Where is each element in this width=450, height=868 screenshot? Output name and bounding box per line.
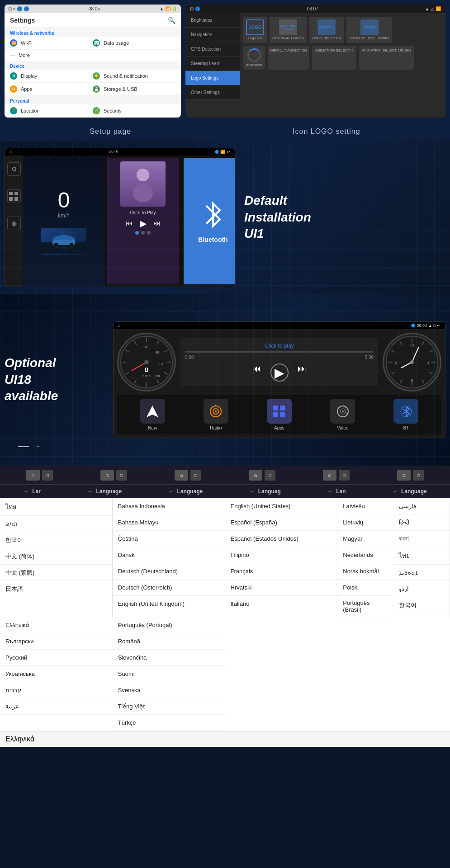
lang-item-cestina[interactable]: Čeština [113, 531, 225, 547]
ui18-next-button[interactable]: ⏭ [298, 363, 307, 382]
play-button[interactable]: ▶ [140, 218, 147, 229]
bluetooth-panel: Bluetooth [184, 158, 235, 284]
video-label: Video [337, 425, 348, 430]
sidebar-brightness[interactable]: Brightness [185, 13, 240, 28]
ui18-play-button[interactable]: ▶ [270, 363, 289, 382]
lang-item-filipino[interactable]: Filipino [225, 547, 337, 563]
lang-item-lao[interactable]: ລາວ [0, 516, 112, 532]
lang-item-nederlands[interactable]: Nederlands [337, 547, 393, 563]
storage-label: Storage & USB [104, 86, 137, 92]
lang-item-greek[interactable]: Ελληνικά [0, 617, 113, 633]
lang-item-svenska[interactable]: Svenska [113, 682, 225, 698]
lang-item-korean[interactable]: 한국어 [0, 532, 112, 548]
settings-row-more[interactable]: — More [5, 50, 181, 61]
lang-item-thai[interactable]: ไทย [0, 498, 112, 516]
lang-item-lietuviu[interactable]: Lietuvių [337, 514, 393, 531]
lang-item-portugues-br[interactable]: Português (Brasil) [337, 596, 393, 617]
anim-cell-select0[interactable]: ANIMATION SELECT: 0 [312, 46, 356, 70]
lang-item-slovencina[interactable]: Slovenčina [113, 650, 225, 666]
lang-item-farsi[interactable]: فارسی [393, 498, 450, 514]
sidebar-other[interactable]: Other Settings [185, 85, 240, 100]
logo-cell-select0[interactable]: SELECT: 0 LOGO SELECT: 0 [309, 17, 344, 43]
lang-item-bahasa-melayu[interactable]: Bahasa Melayu [113, 514, 225, 531]
display-icon: 🖥 [10, 72, 17, 80]
lang-item-tieng-viet[interactable]: Tiếng Việt [113, 698, 225, 715]
lang-item-russian[interactable]: Русский [0, 650, 113, 666]
lang-item-ukrainian[interactable]: Українська [0, 666, 113, 682]
lang-item-urdu[interactable]: اردو [393, 581, 450, 597]
lang-item-syriac[interactable]: ܐܬܘܪܝܐ [393, 565, 450, 581]
lang-item-dansk[interactable]: Dansk [113, 547, 225, 563]
lang-nav-2[interactable]: ← Language [87, 488, 122, 495]
prev-button[interactable]: ⏮ [126, 219, 133, 227]
nav-home-4: ⌂ [249, 470, 262, 481]
lang-item-japanese[interactable]: 日本語 [0, 581, 112, 597]
lang-item-deutsch-de[interactable]: Deutsch (Deutschland) [113, 563, 225, 580]
lang-item-chinese-simplified[interactable]: 中文 (简体) [0, 548, 112, 565]
lang-item-korean-2[interactable]: 한국어 [393, 597, 450, 613]
lang-item-romana[interactable]: Română [113, 633, 225, 650]
lang-item-bahasa-indonesia[interactable]: Bahasa Indonesia [113, 498, 225, 514]
navi-app-btn[interactable]: Navi [140, 399, 165, 430]
lang-item-english-us[interactable]: English (United States) [225, 498, 337, 514]
radio-svg [209, 405, 223, 418]
nav-gear-icon[interactable]: ⚙ [7, 162, 21, 176]
settings-row-location[interactable]: 📍 Location 🔒 Security [5, 104, 181, 118]
next-button[interactable]: ⏭ [153, 219, 161, 227]
lang-item-espanol-us[interactable]: Español (Estados Unidos) [225, 531, 337, 547]
sidebar-steering[interactable]: Steering Learn [185, 57, 240, 71]
lang-item-english-uk[interactable]: English (United Kingdom) [113, 596, 225, 612]
nav-apps-icon[interactable] [7, 189, 21, 203]
lang-item-turkce[interactable]: Türkçe [113, 715, 225, 731]
lang-item-bulgarian[interactable]: Български [0, 633, 113, 650]
lang-item-francais[interactable]: Français [225, 563, 337, 580]
lang-item-deutsch-at[interactable]: Deutsch (Österreich) [113, 580, 225, 596]
lang-item-polski[interactable]: Polski [337, 580, 393, 596]
nav-navi-icon[interactable]: ◉ [7, 217, 21, 230]
language-footer: Ελληνικά [0, 731, 450, 747]
anim-cell-default[interactable]: DEFAULT ANIMATION [268, 46, 310, 70]
lang-item-hindi[interactable]: हिन्दी [393, 514, 450, 531]
sidebar-navigation[interactable]: Navigation [185, 28, 240, 42]
lang-item-norsk[interactable]: Norsk bokmål [337, 563, 393, 580]
logo-cell-udisk2[interactable]: UDISK2 LOGO SELECT: UDISK2 [346, 17, 392, 43]
lang-nav-4[interactable]: ← Languag [249, 488, 281, 495]
lang-nav-label-5: Lan [336, 488, 346, 495]
lang-item-latviesu[interactable]: Latviešu [337, 498, 393, 514]
ui11-home-icon: ⌂ [9, 150, 12, 154]
radio-app-btn[interactable]: Radio [204, 399, 228, 430]
anim-cell-udisk2[interactable]: ANIMATION SELECT: UDISK2 [359, 46, 414, 70]
lang-item-arabic[interactable]: عربية [0, 698, 113, 715]
lang-item-chinese-traditional[interactable]: 中文 (繁體) [0, 565, 112, 581]
optional-text: Optional UI18 available [5, 355, 104, 404]
settings-row-apps[interactable]: ⚙ Apps 💾 Storage & USB [5, 83, 181, 96]
lang-item-italiano[interactable]: Italiano [225, 596, 337, 612]
lang-item-thai-2[interactable]: ไทย [393, 547, 450, 565]
settings-row-wifi[interactable]: 📶 Wi-Fi 📊 Data usage [5, 37, 181, 50]
video-app-btn[interactable]: Video [330, 399, 355, 430]
lang-item-suomi[interactable]: Suomi [113, 666, 225, 682]
settings-row-display[interactable]: 🖥 Display 🔔 Sound & notification [5, 70, 181, 83]
lang-nav-6[interactable]: ← Language [392, 488, 427, 495]
lang-item-portugues-pt[interactable]: Português (Portugal) [113, 617, 225, 633]
lang-item-hrvatski[interactable]: Hrvatski [225, 580, 337, 596]
lang-item-bengali[interactable]: বাংলা [393, 531, 450, 547]
lang-item-espanol-es[interactable]: Español (España) [225, 514, 337, 531]
language-section: ไทย ລາວ 한국어 中文 (简体) 中文 (繁體) 日本語 Bahasa I… [0, 498, 450, 747]
nav-bar-group-4: ⌂ □ [249, 470, 275, 481]
bt-label: BT [403, 425, 409, 430]
ui18-prev-button[interactable]: ⏮ [252, 363, 261, 382]
default-line2: Installation [244, 209, 311, 226]
search-icon[interactable]: 🔍 [168, 17, 175, 24]
svg-text:9: 9 [395, 361, 397, 365]
apps-app-btn[interactable]: Apps [267, 399, 292, 430]
lang-nav-1[interactable]: ← Lar [23, 488, 41, 495]
lang-item-magyar[interactable]: Magyar [337, 531, 393, 547]
lang-nav-3[interactable]: ← Language [168, 488, 203, 495]
lang-nav-5[interactable]: ← Lan [327, 488, 346, 495]
sidebar-gps[interactable]: GPS Detection [185, 42, 240, 57]
sidebar-logo-settings[interactable]: Logo Settings [185, 71, 240, 85]
lang-item-hebrew[interactable]: עברית [0, 682, 113, 698]
bt-app-btn[interactable]: BT [393, 399, 418, 430]
logo-cell-internal[interactable]: INTERNAL LOGOS INTERNAL LOGOS [270, 17, 307, 43]
